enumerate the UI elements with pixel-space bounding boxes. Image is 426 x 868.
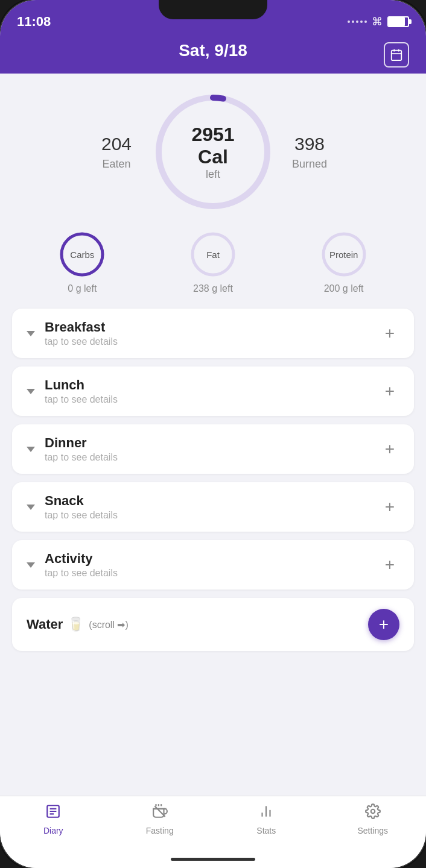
home-indicator xyxy=(0,850,426,868)
notch xyxy=(159,0,267,19)
eaten-number: 204 xyxy=(101,134,132,154)
calories-ring: 2951 Cal left xyxy=(153,92,273,212)
burned-number: 398 xyxy=(294,134,325,154)
status-icons: ⌘ xyxy=(348,15,409,28)
add-dinner-button[interactable]: + xyxy=(380,437,399,461)
meal-activity-tap: tap to see details xyxy=(45,568,118,579)
meal-snack-tap: tap to see details xyxy=(45,510,118,521)
carbs-label: Carbs xyxy=(70,250,94,260)
calories-eaten: 204 Eaten xyxy=(92,134,141,171)
meal-snack[interactable]: Snack tap to see details + xyxy=(12,482,414,532)
meal-breakfast-left: Breakfast tap to see details xyxy=(27,319,118,347)
macro-carbs: Carbs 0 g left xyxy=(58,230,106,294)
meal-lunch[interactable]: Lunch tap to see details + xyxy=(12,366,414,416)
meal-dinner-left: Dinner tap to see details xyxy=(27,435,118,463)
carbs-sub: 0 g left xyxy=(68,283,97,294)
meal-dinner-tap: tap to see details xyxy=(45,452,118,463)
fat-sub: 238 g left xyxy=(193,283,233,294)
add-activity-button[interactable]: + xyxy=(380,553,399,577)
meal-breakfast-tap: tap to see details xyxy=(45,336,118,347)
diary-icon xyxy=(45,804,61,823)
nav-diary[interactable]: Diary xyxy=(29,804,77,835)
svg-point-22 xyxy=(371,810,375,814)
water-info: Water 🥛 (scroll ➡) xyxy=(27,617,129,632)
signal-icon xyxy=(348,20,367,23)
meal-snack-info: Snack tap to see details xyxy=(45,493,118,521)
settings-nav-label: Settings xyxy=(357,826,388,835)
chevron-down-icon xyxy=(27,331,35,336)
protein-label: Protein xyxy=(329,250,358,260)
chevron-down-icon xyxy=(27,447,35,452)
meal-breakfast-name: Breakfast xyxy=(45,319,118,335)
fat-label: Fat xyxy=(206,250,220,260)
meal-breakfast-info: Breakfast tap to see details xyxy=(45,319,118,347)
diary-nav-label: Diary xyxy=(43,826,63,835)
phone-screen: 11:08 ⌘ Sat, 9/18 xyxy=(0,0,426,868)
protein-sub: 200 g left xyxy=(324,283,364,294)
chevron-down-icon xyxy=(27,389,35,394)
home-bar xyxy=(171,858,255,861)
wifi-icon: ⌘ xyxy=(372,15,383,28)
nav-stats[interactable]: Stats xyxy=(242,804,290,835)
water-icon: 🥛 xyxy=(68,617,84,632)
bottom-spacer xyxy=(0,659,426,671)
eaten-label: Eaten xyxy=(102,158,130,171)
calories-section: 204 Eaten 2951 Cal left 398 Burned xyxy=(0,74,426,224)
meal-lunch-name: Lunch xyxy=(45,377,118,393)
nav-settings[interactable]: Settings xyxy=(349,804,397,835)
meal-lunch-tap: tap to see details xyxy=(45,394,118,405)
stats-nav-label: Stats xyxy=(256,826,276,835)
meal-dinner-info: Dinner tap to see details xyxy=(45,435,118,463)
meal-dinner-name: Dinner xyxy=(45,435,118,451)
meal-activity-left: Activity tap to see details xyxy=(27,551,118,579)
water-section: Water 🥛 (scroll ➡) + xyxy=(12,598,414,651)
scroll-content: 204 Eaten 2951 Cal left 398 Burned xyxy=(0,74,426,796)
chevron-down-icon xyxy=(27,562,35,568)
meal-dinner[interactable]: Dinner tap to see details + xyxy=(12,424,414,474)
fasting-nav-label: Fasting xyxy=(146,826,174,835)
macros-section: Carbs 0 g left Fat 238 g left xyxy=(0,224,426,309)
svg-rect-0 xyxy=(392,51,402,61)
meal-activity[interactable]: Activity tap to see details + xyxy=(12,540,414,590)
add-water-button[interactable]: + xyxy=(368,609,399,640)
meal-breakfast[interactable]: Breakfast tap to see details + xyxy=(12,309,414,358)
carbs-ring: Carbs xyxy=(58,230,106,278)
fat-ring: Fat xyxy=(189,230,237,278)
header-title: Sat, 9/18 xyxy=(179,41,247,60)
meal-lunch-info: Lunch tap to see details xyxy=(45,377,118,405)
ring-center: 2951 Cal left xyxy=(183,124,243,181)
add-breakfast-button[interactable]: + xyxy=(380,321,399,345)
nav-fasting[interactable]: Fasting xyxy=(136,804,184,835)
meal-activity-info: Activity tap to see details xyxy=(45,551,118,579)
meal-lunch-left: Lunch tap to see details xyxy=(27,377,118,405)
meal-snack-left: Snack tap to see details xyxy=(27,493,118,521)
settings-icon xyxy=(365,804,381,823)
bottom-nav: Diary Fasting xyxy=(0,796,426,850)
water-label: Water xyxy=(27,617,63,632)
macro-protein: Protein 200 g left xyxy=(320,230,368,294)
water-scroll-hint: (scroll ➡) xyxy=(89,619,128,631)
calories-burned: 398 Burned xyxy=(285,134,334,171)
calendar-icon xyxy=(390,48,403,61)
burned-label: Burned xyxy=(292,158,327,171)
status-time: 11:08 xyxy=(17,14,51,30)
add-lunch-button[interactable]: + xyxy=(380,379,399,403)
battery-icon xyxy=(387,16,409,27)
calendar-button[interactable] xyxy=(384,42,409,68)
macro-fat: Fat 238 g left xyxy=(189,230,237,294)
meal-snack-name: Snack xyxy=(45,493,118,509)
stats-icon xyxy=(258,804,274,823)
cal-label: left xyxy=(183,168,243,181)
add-snack-button[interactable]: + xyxy=(380,495,399,519)
fasting-icon xyxy=(152,804,168,823)
app-header: Sat, 9/18 xyxy=(0,36,426,74)
meal-activity-name: Activity xyxy=(45,551,118,567)
cal-number: 2951 Cal xyxy=(183,124,243,168)
phone-frame: 11:08 ⌘ Sat, 9/18 xyxy=(0,0,426,868)
protein-ring: Protein xyxy=(320,230,368,278)
chevron-down-icon xyxy=(27,505,35,510)
